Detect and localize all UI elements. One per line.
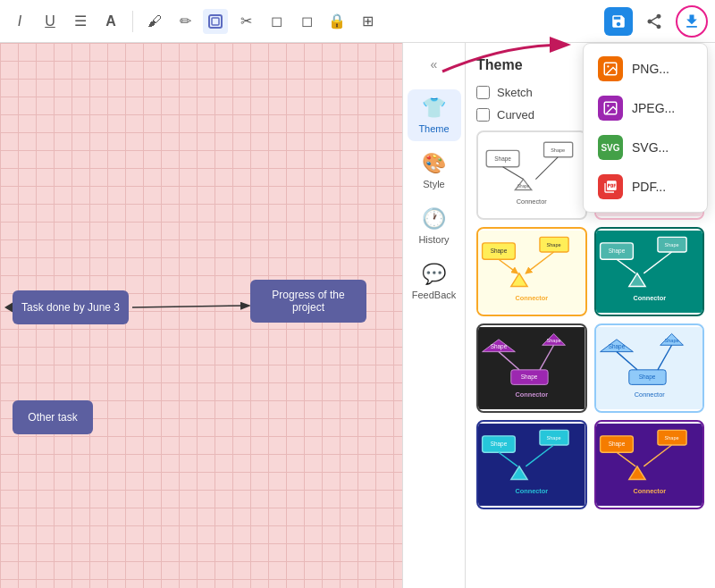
task-text: Task done by June 3: [21, 301, 120, 314]
svg-text:Connector: Connector: [517, 197, 547, 206]
canvas[interactable]: Task done by June 3 Progress of theproje…: [0, 43, 402, 588]
export-png[interactable]: PNG...: [584, 49, 707, 88]
history-label: History: [418, 234, 449, 245]
svg-text:Connector: Connector: [633, 294, 666, 302]
italic-btn[interactable]: I: [7, 9, 32, 34]
svg-text:Shape: Shape: [491, 441, 508, 448]
svg-text:Shape: Shape: [608, 248, 625, 255]
theme-icon: 👕: [422, 97, 446, 120]
toolbar: I U ☰ A 🖌 ✏ ✂ ◻ ◻ 🔒 ⊞: [0, 0, 715, 43]
svg-text:Shape: Shape: [608, 343, 625, 350]
svg-text:Connector: Connector: [634, 391, 664, 399]
pdf-label: PDF...: [632, 180, 666, 194]
select-btn[interactable]: [203, 9, 228, 34]
svg-text:Connector: Connector: [633, 487, 666, 495]
theme-dark-blue[interactable]: Shape Shape Connector: [476, 420, 587, 509]
sketch-label[interactable]: Sketch: [497, 86, 533, 99]
svg-icon: SVG: [598, 135, 623, 160]
export-jpeg[interactable]: JPEG...: [584, 88, 707, 128]
progress-text: Progress of theproject: [272, 289, 344, 314]
side-nav: « 👕 Theme 🎨 Style 🕐 History 💬 FeedBack: [402, 43, 465, 588]
theme-dark[interactable]: Shape Shape Shape Connector: [476, 323, 587, 413]
curved-checkbox[interactable]: [476, 108, 490, 122]
divider1: [132, 11, 133, 32]
shape-btn[interactable]: ◻: [264, 9, 289, 34]
png-label: PNG...: [632, 62, 669, 76]
pencil-btn[interactable]: ✏: [172, 9, 198, 34]
share-button[interactable]: [640, 7, 669, 36]
svg-text:Shape: Shape: [551, 147, 565, 153]
svg-text:Shape: Shape: [608, 441, 625, 448]
export-dropdown: PNG... JPEG... SVG SVG... PDF...: [583, 43, 708, 213]
svg-text:Connector: Connector: [515, 487, 548, 495]
other-text: Other task: [28, 411, 77, 424]
export-svg[interactable]: SVG SVG...: [584, 128, 707, 167]
jpeg-icon: [598, 96, 623, 121]
svg-rect-0: [209, 15, 222, 28]
theme-default[interactable]: Shape Shape Shape Connector: [476, 130, 587, 220]
nav-feedback[interactable]: 💬 FeedBack: [408, 256, 461, 307]
svg-text:Shape: Shape: [491, 343, 508, 350]
theme-yellow[interactable]: Shape Shape Connector: [476, 227, 587, 316]
theme-teal[interactable]: Shape Shape Connector: [594, 227, 705, 316]
other-node[interactable]: Other task: [13, 400, 93, 434]
svg-text:Shape: Shape: [638, 374, 655, 381]
style-icon: 🎨: [422, 152, 446, 175]
svg-text:Shape: Shape: [547, 242, 561, 248]
grid-btn[interactable]: ⊞: [355, 9, 380, 34]
svg-text:Shape: Shape: [664, 435, 678, 441]
underline-btn[interactable]: U: [38, 9, 63, 34]
svg-text:Shape: Shape: [491, 248, 508, 255]
svg-text:Shape: Shape: [494, 155, 511, 163]
progress-node[interactable]: Progress of theproject: [250, 280, 366, 323]
png-icon: [598, 56, 623, 81]
shape2-btn[interactable]: ◻: [294, 9, 319, 34]
toolbar-right: [604, 5, 708, 38]
svg-text:Shape: Shape: [664, 338, 678, 343]
nav-style[interactable]: 🎨 Style: [408, 145, 461, 197]
svg-text:Shape: Shape: [517, 184, 530, 189]
nav-theme[interactable]: 👕 Theme: [408, 89, 461, 141]
svg-label: SVG...: [632, 140, 669, 155]
style-label: Style: [423, 179, 444, 189]
svg-rect-1: [212, 18, 219, 25]
theme-purple[interactable]: Shape Shape Connector: [594, 420, 705, 509]
svg-text:Connector: Connector: [515, 391, 548, 399]
svg-text:Connector: Connector: [515, 294, 548, 302]
svg-text:Shape: Shape: [547, 338, 561, 343]
theme-label: Theme: [418, 123, 449, 134]
collapse-button[interactable]: «: [416, 50, 452, 79]
svg-point-4: [607, 65, 609, 67]
text-btn[interactable]: A: [98, 9, 123, 34]
task-node[interactable]: Task done by June 3: [13, 290, 129, 324]
curved-label[interactable]: Curved: [497, 108, 534, 122]
jpeg-label: JPEG...: [632, 101, 675, 115]
feedback-label: FeedBack: [412, 290, 457, 300]
feedback-icon: 💬: [422, 263, 446, 286]
export-button[interactable]: [676, 5, 708, 38]
svg-text:Shape: Shape: [521, 374, 538, 381]
history-icon: 🕐: [422, 207, 446, 231]
lock-btn[interactable]: 🔒: [324, 9, 349, 34]
svg-line-9: [132, 306, 248, 307]
cut-btn[interactable]: ✂: [233, 9, 258, 34]
svg-text:Shape: Shape: [664, 242, 678, 248]
pdf-icon: [598, 174, 623, 199]
fill-btn[interactable]: 🖌: [142, 9, 167, 34]
list-btn[interactable]: ☰: [68, 9, 93, 34]
theme-light-blue[interactable]: Shape Shape Shape Connector: [594, 323, 705, 413]
save-button[interactable]: [604, 7, 633, 36]
sketch-checkbox[interactable]: [476, 86, 490, 99]
export-pdf[interactable]: PDF...: [584, 167, 707, 206]
nav-history[interactable]: 🕐 History: [408, 200, 461, 252]
svg-point-6: [607, 105, 609, 106]
svg-text:Shape: Shape: [547, 435, 561, 441]
